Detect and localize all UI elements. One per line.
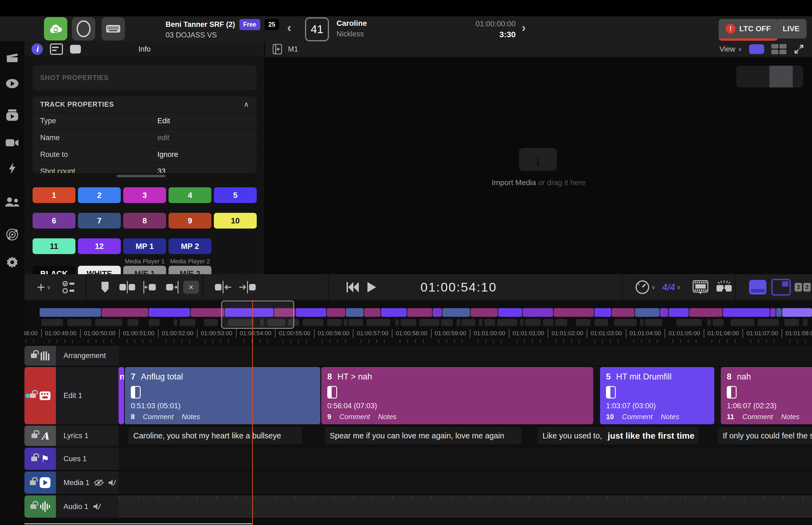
ltc-off-button[interactable]: ! LTC OFF: [719, 19, 778, 41]
minimap-viewport[interactable]: [221, 300, 294, 329]
unlock-icon[interactable]: [30, 480, 36, 485]
minimap-segment[interactable]: [327, 308, 345, 317]
edit-clip[interactable]: n: [119, 367, 124, 424]
minimap-segment[interactable]: [190, 308, 224, 317]
minimap-segment[interactable]: [723, 308, 770, 317]
audio-track-tab[interactable]: [25, 495, 56, 518]
property-row[interactable]: Shot count33: [33, 163, 257, 173]
time-signature-button[interactable]: 4/4 ∨: [662, 274, 681, 300]
snap-next-button[interactable]: [239, 274, 256, 300]
minimap-segment[interactable]: [407, 308, 432, 317]
minimap-segment[interactable]: [442, 308, 470, 317]
minimap-segment[interactable]: [40, 308, 101, 317]
add-track-button[interactable]: +∨: [37, 274, 51, 300]
snap-previous-button[interactable]: [214, 274, 232, 300]
fullscreen-icon[interactable]: [794, 44, 805, 55]
pad-8[interactable]: 8: [123, 213, 166, 228]
minimap-segment[interactable]: [689, 308, 722, 317]
media-track-header[interactable]: Media 1: [56, 471, 119, 494]
comment-link[interactable]: Comment: [339, 412, 370, 421]
pad-m-e-2[interactable]: M/E 2: [169, 266, 211, 275]
sidebar-item-player[interactable]: [0, 75, 25, 92]
cues-content[interactable]: [119, 448, 812, 470]
panel-collapse-icon[interactable]: [273, 44, 282, 54]
playhead[interactable]: [252, 300, 253, 525]
layout-pip-toggle[interactable]: [771, 274, 791, 300]
lyric-item[interactable]: Spear me if you can love me again, love …: [325, 427, 522, 445]
track-list-button[interactable]: [62, 274, 75, 300]
property-value[interactable]: Ignore: [157, 150, 178, 159]
minimap-segment[interactable]: [612, 308, 634, 317]
pad-10[interactable]: 10: [214, 213, 257, 228]
notes-link[interactable]: Notes: [182, 412, 200, 421]
cues-track-header[interactable]: Cues 1: [56, 448, 119, 470]
live-button[interactable]: LIVE: [776, 19, 807, 39]
minimap-segment[interactable]: [346, 308, 364, 317]
notes-link[interactable]: Notes: [781, 412, 799, 421]
pad-5[interactable]: 5: [214, 187, 257, 203]
pad-11[interactable]: 11: [33, 238, 75, 254]
lyric-item[interactable]: Like you used to,: [538, 427, 603, 445]
minimap-segment[interactable]: [770, 308, 776, 317]
pad-mp-2[interactable]: MP 2: [169, 238, 211, 254]
notes-link[interactable]: Notes: [661, 412, 679, 421]
comment-link[interactable]: Comment: [622, 412, 653, 421]
edit-clip[interactable]: 8nah1:06:07 (02:23)11CommentNotes: [721, 367, 812, 424]
minimap-segment[interactable]: [433, 308, 442, 317]
minimap-segment[interactable]: [554, 308, 594, 317]
scrub-segment[interactable]: [769, 66, 793, 87]
pad-black[interactable]: BLACK: [33, 266, 75, 275]
lyric-item[interactable]: just like the first time: [603, 427, 698, 445]
minimap-segment[interactable]: [149, 308, 190, 317]
sidebar-item-camera[interactable]: [0, 135, 25, 151]
property-row[interactable]: TypeEdit: [33, 112, 257, 129]
sidebar-item-integrations[interactable]: [0, 226, 25, 243]
minimap-segment[interactable]: [498, 308, 522, 317]
pad-12[interactable]: 12: [78, 238, 121, 254]
cues-track-tab[interactable]: ⚑: [25, 448, 56, 470]
unlock-icon[interactable]: [31, 456, 37, 461]
layout-timeline-toggle[interactable]: [749, 274, 766, 300]
pad-white[interactable]: WHITE: [78, 266, 121, 275]
minimap-segment[interactable]: [669, 308, 689, 317]
unlock-icon[interactable]: [31, 354, 37, 358]
track-properties-header[interactable]: TRACK PROPERTIES ∧: [33, 96, 257, 112]
minimap-segment[interactable]: [660, 308, 668, 317]
lyric-item[interactable]: If only you could feel the same pain: [718, 427, 812, 445]
mute-icon[interactable]: [108, 479, 116, 486]
minimap-segment[interactable]: [594, 308, 611, 317]
marker-button[interactable]: [101, 274, 109, 300]
pad-3[interactable]: 3: [123, 187, 166, 203]
tempo-button[interactable]: ∨: [635, 274, 655, 300]
edit-clip[interactable]: 5HT mit Drumfill1:03:07 (03:00)10Comment…: [600, 367, 714, 424]
minimap-segment[interactable]: [471, 308, 498, 317]
property-row[interactable]: Nameedit: [33, 129, 257, 146]
play-button[interactable]: [367, 274, 377, 300]
pad-4[interactable]: 4: [169, 187, 211, 203]
arrangement-track-header[interactable]: Arrangement: [56, 346, 119, 366]
minimap-segment[interactable]: [381, 308, 407, 317]
collapse-chevron-icon[interactable]: ∧: [244, 100, 249, 109]
pad-9[interactable]: 9: [169, 213, 211, 228]
pad-6[interactable]: 6: [33, 213, 75, 228]
lyric-item[interactable]: Caroline, you shot my heart like a bulls…: [128, 427, 302, 445]
property-value[interactable]: Edit: [157, 117, 170, 125]
preview-scrub-bar[interactable]: [736, 66, 803, 87]
minimap-segment[interactable]: [296, 308, 326, 317]
minimap-segment[interactable]: [523, 308, 553, 317]
cloud-sync-button[interactable]: [44, 17, 67, 41]
record-circle-button[interactable]: [72, 17, 95, 41]
split-clip-button[interactable]: [119, 274, 136, 300]
delete-clip-button[interactable]: ×: [183, 274, 199, 300]
cut-detect-button[interactable]: [716, 274, 732, 300]
pad-1[interactable]: 1: [33, 187, 75, 203]
sidebar-item-settings[interactable]: [0, 254, 25, 270]
single-view-toggle[interactable]: [749, 44, 764, 54]
keyboard-button[interactable]: [102, 17, 125, 41]
trim-out-button[interactable]: [164, 274, 181, 300]
property-value[interactable]: edit: [157, 134, 169, 142]
pad-m-e-1[interactable]: M/E 1: [123, 266, 166, 275]
pad-mp-1[interactable]: MP 1: [123, 238, 166, 254]
minimap-segment[interactable]: [364, 308, 381, 317]
minimap-segment[interactable]: [102, 308, 148, 317]
